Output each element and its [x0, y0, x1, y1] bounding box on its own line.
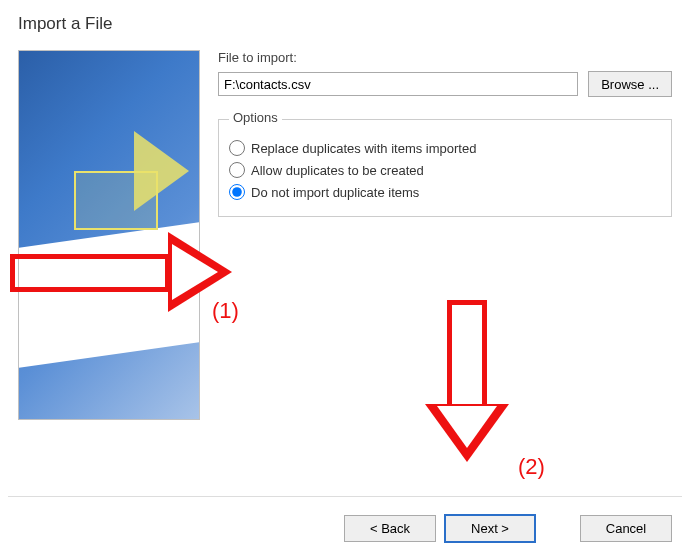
radio-replace-duplicates-label: Replace duplicates with items imported [251, 141, 476, 156]
next-button[interactable]: Next > [444, 514, 536, 543]
content-area: File to import: Browse ... Options Repla… [0, 40, 690, 420]
radio-do-not-import-duplicates-input[interactable] [229, 184, 245, 200]
button-bar: < Back Next > Cancel [344, 514, 672, 543]
wizard-image-arrow-icon [134, 131, 189, 211]
file-row: Browse ... [218, 71, 672, 97]
dialog-title: Import a File [0, 0, 690, 40]
radio-allow-duplicates[interactable]: Allow duplicates to be created [229, 162, 661, 178]
file-import-label: File to import: [218, 50, 672, 65]
radio-do-not-import-duplicates-label: Do not import duplicate items [251, 185, 419, 200]
radio-allow-duplicates-input[interactable] [229, 162, 245, 178]
radio-allow-duplicates-label: Allow duplicates to be created [251, 163, 424, 178]
options-legend: Options [229, 110, 282, 125]
button-bar-divider [8, 496, 682, 497]
back-button[interactable]: < Back [344, 515, 436, 542]
radio-do-not-import-duplicates[interactable]: Do not import duplicate items [229, 184, 661, 200]
browse-button[interactable]: Browse ... [588, 71, 672, 97]
radio-replace-duplicates-input[interactable] [229, 140, 245, 156]
form-area: File to import: Browse ... Options Repla… [218, 50, 672, 420]
cancel-button[interactable]: Cancel [580, 515, 672, 542]
options-group: Options Replace duplicates with items im… [218, 119, 672, 217]
radio-replace-duplicates[interactable]: Replace duplicates with items imported [229, 140, 661, 156]
wizard-decorative-image [18, 50, 200, 420]
file-path-input[interactable] [218, 72, 578, 96]
annotation-label-2: (2) [518, 454, 545, 480]
